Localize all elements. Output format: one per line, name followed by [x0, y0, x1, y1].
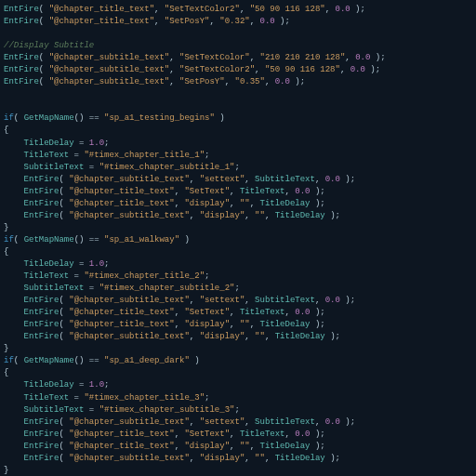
code-block: EntFire( "@chapter_title_text", "SetText… — [4, 4, 472, 476]
